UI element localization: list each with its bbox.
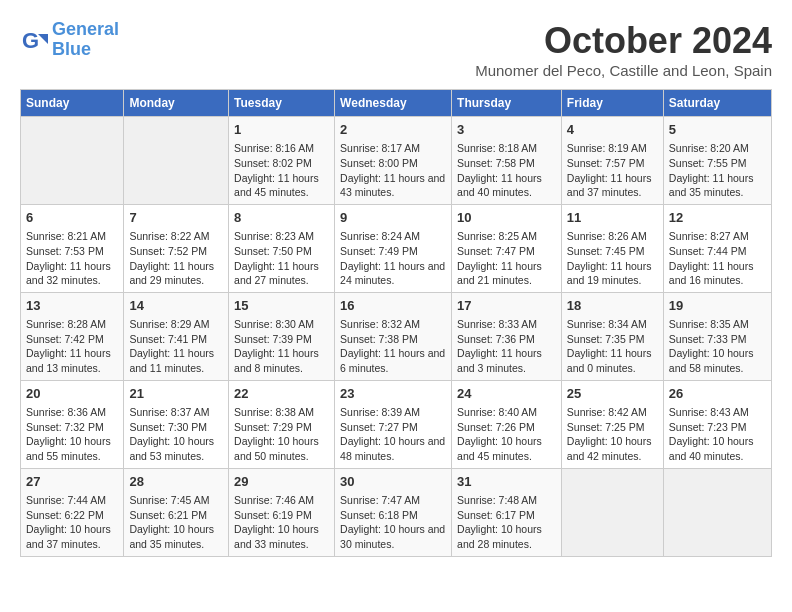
calendar-cell: 24Sunrise: 8:40 AM Sunset: 7:26 PM Dayli… xyxy=(452,380,562,468)
calendar-cell: 10Sunrise: 8:25 AM Sunset: 7:47 PM Dayli… xyxy=(452,204,562,292)
calendar-cell: 3Sunrise: 8:18 AM Sunset: 7:58 PM Daylig… xyxy=(452,117,562,205)
calendar-cell: 12Sunrise: 8:27 AM Sunset: 7:44 PM Dayli… xyxy=(663,204,771,292)
calendar-cell: 19Sunrise: 8:35 AM Sunset: 7:33 PM Dayli… xyxy=(663,292,771,380)
day-info: Sunrise: 7:45 AM Sunset: 6:21 PM Dayligh… xyxy=(129,493,223,552)
day-number: 27 xyxy=(26,473,118,491)
day-info: Sunrise: 8:21 AM Sunset: 7:53 PM Dayligh… xyxy=(26,229,118,288)
header-tuesday: Tuesday xyxy=(229,90,335,117)
day-number: 15 xyxy=(234,297,329,315)
calendar-cell: 13Sunrise: 8:28 AM Sunset: 7:42 PM Dayli… xyxy=(21,292,124,380)
day-number: 3 xyxy=(457,121,556,139)
day-info: Sunrise: 8:17 AM Sunset: 8:00 PM Dayligh… xyxy=(340,141,446,200)
day-info: Sunrise: 8:38 AM Sunset: 7:29 PM Dayligh… xyxy=(234,405,329,464)
day-info: Sunrise: 8:29 AM Sunset: 7:41 PM Dayligh… xyxy=(129,317,223,376)
day-info: Sunrise: 8:20 AM Sunset: 7:55 PM Dayligh… xyxy=(669,141,766,200)
day-number: 20 xyxy=(26,385,118,403)
svg-text:G: G xyxy=(22,28,39,53)
day-number: 14 xyxy=(129,297,223,315)
day-info: Sunrise: 8:24 AM Sunset: 7:49 PM Dayligh… xyxy=(340,229,446,288)
logo-text: General Blue xyxy=(52,20,119,60)
calendar-cell: 8Sunrise: 8:23 AM Sunset: 7:50 PM Daylig… xyxy=(229,204,335,292)
month-title: October 2024 xyxy=(475,20,772,62)
day-number: 28 xyxy=(129,473,223,491)
day-number: 11 xyxy=(567,209,658,227)
calendar-cell: 18Sunrise: 8:34 AM Sunset: 7:35 PM Dayli… xyxy=(561,292,663,380)
header-row: SundayMondayTuesdayWednesdayThursdayFrid… xyxy=(21,90,772,117)
day-number: 9 xyxy=(340,209,446,227)
day-info: Sunrise: 7:47 AM Sunset: 6:18 PM Dayligh… xyxy=(340,493,446,552)
day-number: 10 xyxy=(457,209,556,227)
day-info: Sunrise: 7:46 AM Sunset: 6:19 PM Dayligh… xyxy=(234,493,329,552)
day-info: Sunrise: 8:23 AM Sunset: 7:50 PM Dayligh… xyxy=(234,229,329,288)
day-number: 2 xyxy=(340,121,446,139)
day-info: Sunrise: 8:18 AM Sunset: 7:58 PM Dayligh… xyxy=(457,141,556,200)
day-info: Sunrise: 7:48 AM Sunset: 6:17 PM Dayligh… xyxy=(457,493,556,552)
header-saturday: Saturday xyxy=(663,90,771,117)
day-info: Sunrise: 8:22 AM Sunset: 7:52 PM Dayligh… xyxy=(129,229,223,288)
logo-line2: Blue xyxy=(52,39,91,59)
day-info: Sunrise: 8:39 AM Sunset: 7:27 PM Dayligh… xyxy=(340,405,446,464)
week-row-5: 27Sunrise: 7:44 AM Sunset: 6:22 PM Dayli… xyxy=(21,468,772,556)
calendar-cell xyxy=(561,468,663,556)
calendar-cell: 26Sunrise: 8:43 AM Sunset: 7:23 PM Dayli… xyxy=(663,380,771,468)
day-info: Sunrise: 8:30 AM Sunset: 7:39 PM Dayligh… xyxy=(234,317,329,376)
day-number: 7 xyxy=(129,209,223,227)
day-number: 30 xyxy=(340,473,446,491)
header-thursday: Thursday xyxy=(452,90,562,117)
calendar-cell: 7Sunrise: 8:22 AM Sunset: 7:52 PM Daylig… xyxy=(124,204,229,292)
title-block: October 2024 Munomer del Peco, Castille … xyxy=(475,20,772,79)
day-info: Sunrise: 8:42 AM Sunset: 7:25 PM Dayligh… xyxy=(567,405,658,464)
calendar-cell: 30Sunrise: 7:47 AM Sunset: 6:18 PM Dayli… xyxy=(335,468,452,556)
calendar-cell: 17Sunrise: 8:33 AM Sunset: 7:36 PM Dayli… xyxy=(452,292,562,380)
calendar-cell: 23Sunrise: 8:39 AM Sunset: 7:27 PM Dayli… xyxy=(335,380,452,468)
page-header: G General Blue October 2024 Munomer del … xyxy=(20,20,772,79)
day-number: 21 xyxy=(129,385,223,403)
calendar-cell: 11Sunrise: 8:26 AM Sunset: 7:45 PM Dayli… xyxy=(561,204,663,292)
day-number: 13 xyxy=(26,297,118,315)
day-number: 6 xyxy=(26,209,118,227)
calendar-cell: 9Sunrise: 8:24 AM Sunset: 7:49 PM Daylig… xyxy=(335,204,452,292)
day-number: 8 xyxy=(234,209,329,227)
day-number: 25 xyxy=(567,385,658,403)
calendar-cell: 1Sunrise: 8:16 AM Sunset: 8:02 PM Daylig… xyxy=(229,117,335,205)
day-number: 24 xyxy=(457,385,556,403)
calendar-cell: 6Sunrise: 8:21 AM Sunset: 7:53 PM Daylig… xyxy=(21,204,124,292)
calendar-body: 1Sunrise: 8:16 AM Sunset: 8:02 PM Daylig… xyxy=(21,117,772,557)
calendar-cell: 28Sunrise: 7:45 AM Sunset: 6:21 PM Dayli… xyxy=(124,468,229,556)
calendar-cell: 29Sunrise: 7:46 AM Sunset: 6:19 PM Dayli… xyxy=(229,468,335,556)
calendar-cell: 15Sunrise: 8:30 AM Sunset: 7:39 PM Dayli… xyxy=(229,292,335,380)
day-info: Sunrise: 7:44 AM Sunset: 6:22 PM Dayligh… xyxy=(26,493,118,552)
day-number: 18 xyxy=(567,297,658,315)
day-info: Sunrise: 8:35 AM Sunset: 7:33 PM Dayligh… xyxy=(669,317,766,376)
day-number: 26 xyxy=(669,385,766,403)
logo-icon: G xyxy=(20,26,48,54)
calendar-cell: 22Sunrise: 8:38 AM Sunset: 7:29 PM Dayli… xyxy=(229,380,335,468)
day-info: Sunrise: 8:37 AM Sunset: 7:30 PM Dayligh… xyxy=(129,405,223,464)
day-number: 31 xyxy=(457,473,556,491)
calendar-header: SundayMondayTuesdayWednesdayThursdayFrid… xyxy=(21,90,772,117)
calendar-cell: 31Sunrise: 7:48 AM Sunset: 6:17 PM Dayli… xyxy=(452,468,562,556)
logo-line1: General xyxy=(52,19,119,39)
day-number: 12 xyxy=(669,209,766,227)
day-number: 19 xyxy=(669,297,766,315)
day-number: 23 xyxy=(340,385,446,403)
calendar-cell: 14Sunrise: 8:29 AM Sunset: 7:41 PM Dayli… xyxy=(124,292,229,380)
calendar-cell: 2Sunrise: 8:17 AM Sunset: 8:00 PM Daylig… xyxy=(335,117,452,205)
day-info: Sunrise: 8:40 AM Sunset: 7:26 PM Dayligh… xyxy=(457,405,556,464)
day-number: 17 xyxy=(457,297,556,315)
header-friday: Friday xyxy=(561,90,663,117)
day-info: Sunrise: 8:34 AM Sunset: 7:35 PM Dayligh… xyxy=(567,317,658,376)
calendar-cell: 25Sunrise: 8:42 AM Sunset: 7:25 PM Dayli… xyxy=(561,380,663,468)
day-info: Sunrise: 8:26 AM Sunset: 7:45 PM Dayligh… xyxy=(567,229,658,288)
calendar-cell: 16Sunrise: 8:32 AM Sunset: 7:38 PM Dayli… xyxy=(335,292,452,380)
day-info: Sunrise: 8:33 AM Sunset: 7:36 PM Dayligh… xyxy=(457,317,556,376)
day-info: Sunrise: 8:28 AM Sunset: 7:42 PM Dayligh… xyxy=(26,317,118,376)
calendar-cell xyxy=(663,468,771,556)
day-number: 1 xyxy=(234,121,329,139)
week-row-1: 1Sunrise: 8:16 AM Sunset: 8:02 PM Daylig… xyxy=(21,117,772,205)
day-info: Sunrise: 8:27 AM Sunset: 7:44 PM Dayligh… xyxy=(669,229,766,288)
day-number: 29 xyxy=(234,473,329,491)
day-info: Sunrise: 8:32 AM Sunset: 7:38 PM Dayligh… xyxy=(340,317,446,376)
header-wednesday: Wednesday xyxy=(335,90,452,117)
day-number: 16 xyxy=(340,297,446,315)
